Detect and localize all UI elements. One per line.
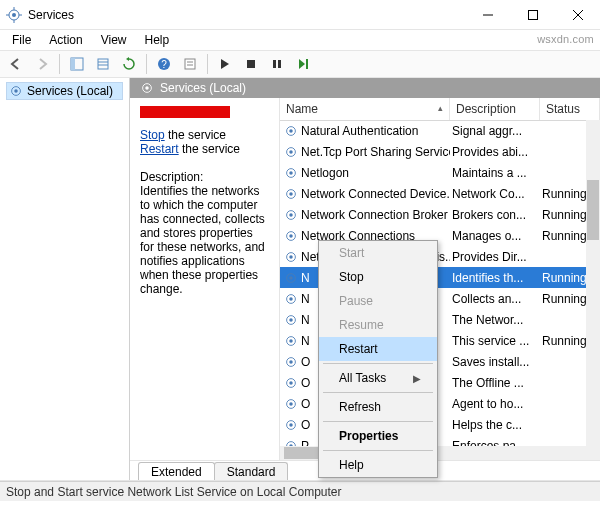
service-name-text: Netlogon (301, 166, 349, 180)
sort-asc-icon: ▴ (438, 103, 443, 113)
svg-point-27 (145, 86, 149, 90)
ctx-all-tasks-label: All Tasks (339, 371, 386, 385)
svg-rect-23 (306, 59, 308, 69)
gear-icon (9, 84, 23, 98)
svg-point-49 (289, 339, 293, 343)
service-row[interactable]: Natural AuthenticationSignal aggr... (280, 120, 586, 141)
service-name-text: Network Connection Broker (301, 208, 448, 222)
column-description[interactable]: Description (450, 98, 540, 120)
ctx-refresh[interactable]: Refresh (319, 395, 437, 419)
vertical-scrollbar[interactable] (586, 120, 600, 446)
start-service-button[interactable] (213, 53, 237, 75)
service-row[interactable]: NetlogonMaintains a ... (280, 162, 586, 183)
gear-icon (284, 376, 298, 390)
svg-point-1 (12, 13, 16, 17)
gear-icon (284, 292, 298, 306)
restart-service-link[interactable]: Restart (140, 142, 179, 156)
column-name[interactable]: Name▴ (280, 98, 450, 120)
pane-header: Services (Local) (130, 78, 600, 98)
svg-point-37 (289, 213, 293, 217)
restart-service-button[interactable] (291, 53, 315, 75)
svg-point-47 (289, 318, 293, 322)
ctx-help[interactable]: Help (319, 453, 437, 477)
list-header: Name▴ Description Status (280, 98, 600, 121)
svg-rect-7 (528, 10, 537, 19)
minimize-button[interactable] (465, 0, 510, 30)
service-row[interactable]: Net.Tcp Port Sharing ServiceProvides abi… (280, 141, 586, 162)
svg-point-35 (289, 192, 293, 196)
stop-service-button[interactable] (239, 53, 263, 75)
toolbar-separator (146, 54, 147, 74)
service-row[interactable]: Network Connected Device...Network Co...… (280, 183, 586, 204)
forward-button[interactable] (30, 53, 54, 75)
properties-button[interactable] (178, 53, 202, 75)
svg-text:?: ? (161, 59, 167, 70)
gear-icon (284, 355, 298, 369)
submenu-arrow-icon: ▶ (413, 373, 421, 384)
context-menu: Start Stop Pause Resume Restart All Task… (318, 240, 438, 478)
service-name-text: N (301, 313, 310, 327)
service-name-text: Network Connected Device... (301, 187, 450, 201)
export-list-button[interactable] (91, 53, 115, 75)
svg-point-41 (289, 255, 293, 259)
menu-help[interactable]: Help (137, 31, 178, 49)
cell-description: The Networ... (450, 313, 540, 327)
scrollbar-thumb[interactable] (587, 180, 599, 240)
maximize-button[interactable] (510, 0, 555, 30)
svg-point-25 (14, 89, 18, 93)
help-button[interactable]: ? (152, 53, 176, 75)
tab-extended[interactable]: Extended (138, 462, 215, 480)
cell-description: Collects an... (450, 292, 540, 306)
menubar: File Action View Help (0, 30, 600, 50)
svg-point-39 (289, 234, 293, 238)
close-button[interactable] (555, 0, 600, 30)
pause-service-button[interactable] (265, 53, 289, 75)
service-name-text: N (301, 292, 310, 306)
cell-description: Provides Dir... (450, 250, 540, 264)
cell-description: Helps the c... (450, 418, 540, 432)
statusbar: Stop and Start service Network List Serv… (0, 481, 600, 501)
svg-rect-21 (273, 60, 276, 68)
menu-file[interactable]: File (4, 31, 39, 49)
console-tree: Services (Local) (0, 78, 130, 480)
ctx-stop[interactable]: Stop (319, 265, 437, 289)
gear-icon (284, 313, 298, 327)
ctx-all-tasks[interactable]: All Tasks ▶ (319, 366, 437, 390)
ctx-properties[interactable]: Properties (319, 424, 437, 448)
svg-rect-20 (247, 60, 255, 68)
cell-status: Running (540, 271, 586, 285)
svg-point-53 (289, 381, 293, 385)
cell-description: This service ... (450, 334, 540, 348)
menu-view[interactable]: View (93, 31, 135, 49)
menu-action[interactable]: Action (41, 31, 90, 49)
cell-description: Agent to ho... (450, 397, 540, 411)
tab-standard[interactable]: Standard (214, 462, 289, 480)
refresh-button[interactable] (117, 53, 141, 75)
service-name-text: O (301, 418, 310, 432)
cell-description: Enforces pa... (450, 439, 540, 447)
stop-suffix: the service (165, 128, 226, 142)
cell-description: Identifies th... (450, 271, 540, 285)
svg-point-51 (289, 360, 293, 364)
stop-service-link[interactable]: Stop (140, 128, 165, 142)
extended-info-panel: Stop the service Restart the service Des… (130, 98, 280, 460)
cell-description: Manages o... (450, 229, 540, 243)
service-row[interactable]: Network Connection BrokerBrokers con...R… (280, 204, 586, 225)
svg-point-57 (289, 423, 293, 427)
toolbar-separator (59, 54, 60, 74)
ctx-restart[interactable]: Restart (319, 337, 437, 361)
gear-icon (284, 334, 298, 348)
svg-rect-22 (278, 60, 281, 68)
toolbar: ? (0, 50, 600, 78)
service-name-text: P (301, 439, 309, 447)
cell-status: Running (540, 292, 586, 306)
show-hide-console-tree-button[interactable] (65, 53, 89, 75)
back-button[interactable] (4, 53, 28, 75)
cell-status: Running (540, 208, 586, 222)
column-status[interactable]: Status (540, 98, 600, 120)
svg-point-33 (289, 171, 293, 175)
restart-suffix: the service (179, 142, 240, 156)
tree-root-services-local[interactable]: Services (Local) (6, 82, 123, 100)
ctx-pause: Pause (319, 289, 437, 313)
service-name-text: O (301, 355, 310, 369)
